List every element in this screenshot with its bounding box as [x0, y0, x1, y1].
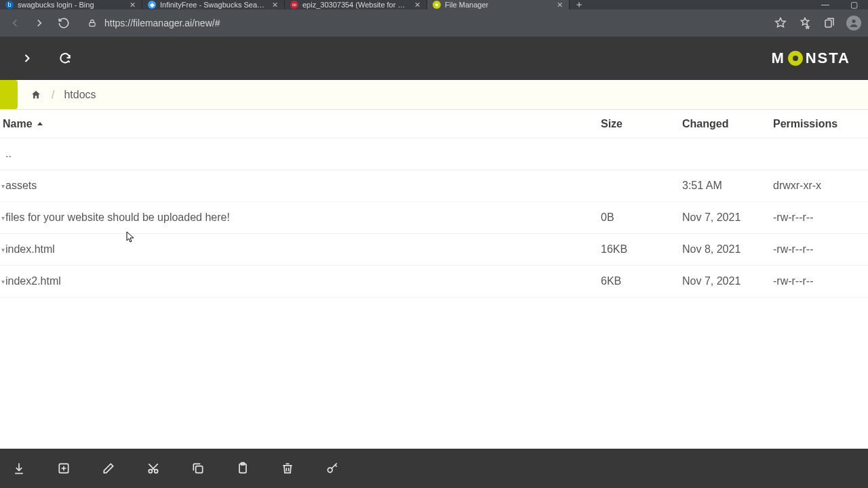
caret-down-icon[interactable]: ▾ [0, 214, 5, 222]
lock-icon [87, 18, 98, 28]
browser-address-bar: https://filemanager.ai/new/# [0, 9, 868, 37]
file-changed: Nov 7, 2021 [682, 275, 773, 287]
logo-mark-icon [788, 51, 803, 66]
reload-button[interactable] [56, 15, 72, 31]
table-row[interactable]: ▾ index.html 16KB Nov 8, 2021 -rw-r--r-- [0, 234, 868, 266]
accent-strip [0, 80, 18, 109]
new-folder-button[interactable] [52, 456, 76, 481]
column-header-size[interactable]: Size [601, 118, 682, 130]
close-icon[interactable]: ✕ [271, 1, 279, 9]
maximize-button[interactable]: ▢ [840, 0, 868, 9]
caret-down-icon[interactable]: ▾ [0, 182, 5, 190]
file-name: assets [5, 180, 601, 192]
logo-text-post: NSTA [806, 49, 850, 67]
app-toolbar: M NSTA [0, 37, 868, 80]
svg-rect-6 [196, 466, 203, 473]
file-name: index.html [5, 243, 601, 256]
back-button[interactable] [7, 15, 23, 31]
svg-point-2 [852, 20, 855, 23]
close-icon[interactable]: ✕ [555, 1, 564, 9]
caret-down-icon[interactable]: ▾ [0, 246, 5, 253]
close-icon[interactable]: ✕ [413, 1, 421, 9]
file-changed: Nov 7, 2021 [682, 211, 773, 224]
profile-avatar[interactable] [846, 16, 861, 30]
file-size: 16KB [601, 243, 682, 256]
copy-button[interactable] [186, 456, 210, 481]
breadcrumb-separator: / [52, 89, 54, 101]
forward-button[interactable] [31, 15, 47, 31]
table-row-parent[interactable]: .. [0, 138, 868, 170]
app-logo: M NSTA [771, 49, 860, 67]
close-icon[interactable]: ✕ [128, 1, 136, 9]
nav-forward-button[interactable] [8, 43, 46, 73]
column-header-permissions[interactable]: Permissions [773, 118, 868, 130]
file-name: index2.html [5, 275, 601, 287]
paste-button[interactable] [231, 456, 255, 481]
favicon: b [5, 1, 14, 9]
cut-button[interactable] [141, 456, 165, 481]
browser-tab-0[interactable]: b swagbucks login - Bing ✕ [0, 0, 142, 9]
address-omnibox[interactable]: https://filemanager.ai/new/# [80, 14, 765, 32]
table-row[interactable]: ▾ index2.html 6KB Nov 7, 2021 -rw-r--r-- [0, 266, 868, 298]
svg-rect-0 [90, 22, 95, 26]
table-row[interactable]: ▾ files for your website should be uploa… [0, 202, 868, 234]
download-button[interactable] [7, 456, 31, 481]
permissions-button[interactable] [320, 456, 344, 481]
file-permissions: drwxr-xr-x [773, 180, 868, 192]
svg-point-4 [149, 470, 152, 473]
column-header-name[interactable]: Name [0, 118, 601, 130]
column-header-changed[interactable]: Changed [682, 118, 773, 130]
home-icon[interactable] [30, 89, 42, 101]
favicon: ● [433, 1, 441, 9]
svg-rect-1 [825, 20, 831, 28]
collections-icon[interactable] [822, 16, 837, 30]
svg-point-5 [155, 470, 158, 473]
browser-tab-bar: b swagbucks login - Bing ✕ ◆ InfinityFre… [0, 0, 868, 9]
browser-tab-1[interactable]: ◆ InfinityFree - Swagbucks Search ✕ [142, 0, 285, 9]
table-row[interactable]: ▾ assets 3:51 AM drwxr-xr-x [0, 170, 868, 202]
tab-title: File Manager [445, 1, 551, 9]
bottom-toolbar [0, 449, 868, 488]
file-name: files for your website should be uploade… [5, 211, 601, 224]
url-text: https://filemanager.ai/new/# [104, 18, 220, 28]
logo-text-pre: M [771, 49, 785, 67]
file-permissions: -rw-r--r-- [773, 275, 868, 287]
star-icon[interactable] [773, 16, 788, 30]
file-size: 0B [601, 211, 682, 224]
breadcrumb-bar: / htdocs [0, 80, 868, 110]
svg-point-9 [328, 468, 332, 472]
new-tab-button[interactable]: ＋ [570, 0, 589, 9]
favicon: ∞ [290, 1, 298, 9]
tab-title: swagbucks login - Bing [18, 1, 124, 9]
table-header-row: Name Size Changed Permissions [0, 110, 868, 138]
breadcrumb-folder[interactable]: htdocs [64, 89, 96, 101]
file-changed: 3:51 AM [682, 180, 773, 192]
browser-tab-3[interactable]: ● File Manager ✕ [427, 0, 570, 9]
file-table: Name Size Changed Permissions .. ▾ asset… [0, 110, 868, 449]
tab-title: InfinityFree - Swagbucks Search [160, 1, 267, 9]
delete-button[interactable] [275, 456, 300, 481]
caret-down-icon[interactable]: ▾ [0, 278, 5, 285]
file-permissions: -rw-r--r-- [773, 243, 868, 256]
refresh-button[interactable] [46, 43, 84, 73]
window-controls: — ▢ [811, 0, 868, 9]
browser-tab-2[interactable]: ∞ epiz_30307354 (Website for dan ✕ [285, 0, 427, 9]
sort-asc-icon [37, 121, 43, 127]
favorites-icon[interactable] [797, 16, 812, 30]
file-changed: Nov 8, 2021 [682, 243, 773, 256]
file-permissions: -rw-r--r-- [773, 211, 868, 224]
favicon: ◆ [148, 1, 156, 9]
file-size: 6KB [601, 275, 682, 287]
file-name: .. [5, 148, 601, 160]
minimize-button[interactable]: — [811, 0, 840, 9]
edit-button[interactable] [96, 456, 121, 481]
tab-title: epiz_30307354 (Website for dan [302, 1, 409, 9]
